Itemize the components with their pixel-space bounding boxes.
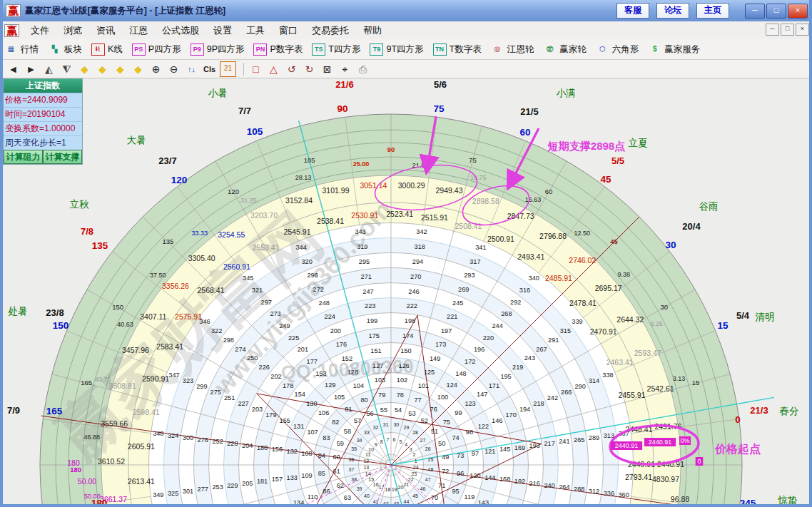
board-icon[interactable]: ⎙	[355, 62, 370, 76]
mdi-close-button[interactable]: ×	[796, 24, 809, 36]
svg-text:128: 128	[347, 369, 358, 376]
svg-text:120: 120	[470, 472, 480, 479]
rotate-ccw-icon[interactable]: ↺	[284, 62, 299, 76]
tool-winner-wheel[interactable]: ㊣赢家轮	[543, 43, 587, 56]
calc-resistance-button[interactable]: 计算阻力	[4, 150, 43, 164]
tool-ps-square[interactable]: PSP四方形	[132, 43, 181, 56]
titlebar-link-2[interactable]: 主页	[696, 3, 729, 19]
svg-text:222: 222	[407, 302, 417, 309]
arrow-left-icon[interactable]: ◄	[6, 62, 21, 76]
svg-text:31.25: 31.25	[240, 197, 257, 204]
triangle-tool-icon[interactable]: △	[266, 62, 281, 76]
instrument-panel: 上证指数 价格=2440.9099时间=20190104变换系数=1.00000…	[3, 78, 83, 165]
svg-text:290: 290	[574, 383, 585, 390]
tool-hexagon[interactable]: ⬡六角形	[596, 43, 639, 56]
menu-item-5[interactable]: 设置	[206, 24, 239, 37]
diamond-left-icon[interactable]: ◆	[77, 62, 92, 76]
diamond-down-icon[interactable]: ◆	[131, 62, 146, 76]
svg-text:2485.91: 2485.91	[545, 274, 572, 282]
titlebar-link-0[interactable]: 客服	[616, 3, 649, 19]
svg-text:192: 192	[514, 478, 525, 485]
svg-text:53: 53	[408, 410, 415, 417]
rect-tool-icon[interactable]: □	[248, 62, 263, 76]
sort-icon[interactable]: ↑↓	[184, 62, 199, 76]
svg-text:2500.91: 2500.91	[487, 235, 514, 243]
svg-text:123: 123	[465, 400, 475, 407]
svg-text:180: 180	[70, 466, 81, 473]
rotate-cw-icon[interactable]: ↻	[302, 62, 317, 76]
blocks-icon: ▚	[48, 43, 61, 56]
menu-item-4[interactable]: 公式选股	[155, 24, 206, 37]
svg-text:19: 19	[392, 487, 397, 492]
svg-text:150: 150	[400, 347, 411, 354]
svg-text:2605.91: 2605.91	[128, 442, 155, 451]
svg-text:347: 347	[168, 372, 179, 379]
menu-item-7[interactable]: 窗口	[272, 24, 305, 37]
svg-text:3254.55: 3254.55	[218, 230, 245, 239]
svg-text:2463.41: 2463.41	[607, 358, 634, 367]
svg-text:2553.41: 2553.41	[253, 243, 280, 252]
tri-down-icon[interactable]: ⧨	[59, 62, 74, 76]
menu-item-0[interactable]: 文件	[24, 24, 56, 37]
menu-item-8[interactable]: 交易委托	[305, 24, 356, 37]
svg-text:7: 7	[386, 437, 389, 442]
svg-text:2949.43: 2949.43	[436, 186, 463, 195]
calc-support-button[interactable]: 计算支撑	[43, 150, 82, 164]
svg-text:217: 217	[544, 440, 554, 447]
mdi-minimize-button[interactable]: ─	[766, 24, 779, 36]
tool-grid[interactable]: ▦行情	[4, 43, 39, 56]
svg-text:323: 323	[183, 377, 193, 384]
zoom-out-icon[interactable]: ⊖	[166, 62, 181, 76]
tool-label: 六角形	[612, 43, 639, 56]
diamond-right-icon[interactable]: ◆	[95, 62, 110, 76]
svg-text:2746.02: 2746.02	[569, 256, 596, 265]
tool-p9-square[interactable]: P99P四方形	[191, 43, 245, 56]
menu-item-9[interactable]: 帮助	[356, 24, 389, 37]
svg-text:154: 154	[295, 391, 305, 398]
tool-dollar[interactable]: $赢家服务	[648, 43, 700, 56]
maximize-button[interactable]: □	[766, 4, 786, 19]
svg-text:2545.91: 2545.91	[284, 227, 311, 236]
tool-t9-square[interactable]: T99T四方形	[370, 43, 423, 56]
gann-wheel-chart[interactable]: 赢家财富网www.yingjia360.comQQ:10080036012345…	[3, 78, 809, 504]
svg-text:83: 83	[323, 434, 330, 441]
tool-candlestick[interactable]: ⱡ⌇K线	[91, 43, 123, 56]
calendar-icon[interactable]: 21	[220, 61, 236, 77]
svg-text:小暑: 小暑	[208, 88, 228, 98]
center-target-icon[interactable]: ⌖	[338, 62, 352, 76]
boxed-x-icon[interactable]: ⊠	[320, 62, 335, 76]
svg-text:0%: 0%	[680, 437, 689, 444]
zoom-in-icon[interactable]: ⊕	[148, 62, 163, 76]
cls-icon[interactable]: Cls	[202, 62, 217, 76]
svg-text:23/8: 23/8	[46, 307, 64, 318]
svg-text:74: 74	[452, 434, 459, 441]
svg-text:35: 35	[351, 446, 357, 451]
tool-pn-table[interactable]: PNP数字表	[253, 43, 303, 56]
ps-square-icon: PS	[132, 43, 146, 56]
svg-text:251: 251	[224, 394, 235, 401]
tool-ts-square[interactable]: TST四方形	[312, 43, 360, 56]
minimize-button[interactable]: ─	[745, 4, 765, 19]
diamond-up-icon[interactable]: ◆	[113, 62, 128, 76]
tool-label: 赢家服务	[664, 43, 700, 56]
arrow-right-icon[interactable]: ►	[24, 62, 39, 76]
menu-item-3[interactable]: 江恩	[122, 24, 155, 37]
menu-item-6[interactable]: 工具	[239, 24, 272, 37]
svg-text:252: 252	[212, 438, 223, 445]
menu-item-2[interactable]: 资讯	[89, 24, 122, 37]
svg-text:321: 321	[252, 287, 263, 294]
svg-text:147: 147	[477, 391, 487, 398]
tri-up-icon[interactable]: ◭	[41, 62, 56, 76]
tool-tn-table[interactable]: TNT数字表	[433, 43, 482, 56]
close-button[interactable]: ×	[788, 4, 808, 19]
tool-blocks[interactable]: ▚板块	[48, 43, 82, 56]
menu-item-1[interactable]: 浏览	[56, 24, 89, 37]
svg-text:271: 271	[361, 273, 372, 280]
svg-text:220: 220	[483, 334, 494, 342]
svg-text:28.13: 28.13	[295, 174, 312, 181]
mdi-restore-button[interactable]: □	[781, 24, 794, 36]
tool-gann-wheel[interactable]: ◎江恩轮	[491, 43, 534, 56]
svg-text:198: 198	[405, 317, 415, 324]
svg-text:85: 85	[318, 470, 325, 477]
titlebar-link-1[interactable]: 论坛	[656, 3, 689, 19]
